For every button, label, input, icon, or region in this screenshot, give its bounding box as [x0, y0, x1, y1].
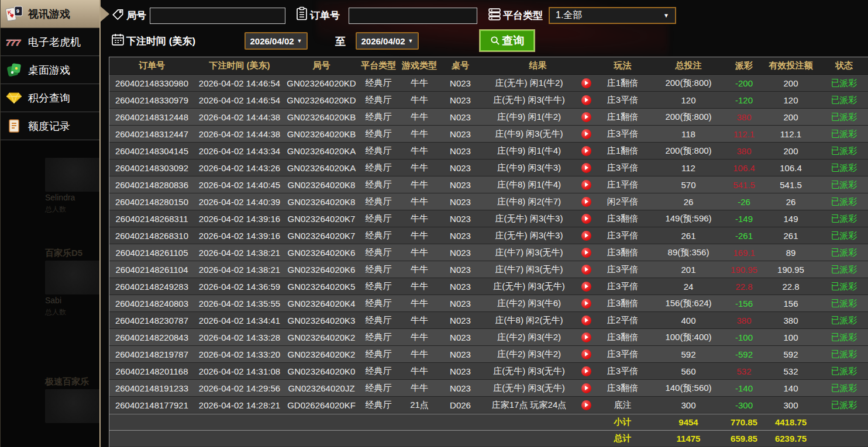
table-games-icon [5, 63, 23, 78]
status-cell: 已派彩 [820, 315, 868, 326]
subtotal-payout: 770.85 [726, 417, 762, 427]
platform-type-select[interactable]: 1.全部 ▼ [549, 7, 676, 24]
result-cell: 庄(牛8) 闲1(牛4) [481, 179, 577, 190]
round-number-input[interactable] [150, 8, 285, 24]
payout-cell: 190.95 [726, 265, 762, 275]
valid-bet-cell: 112.1 [762, 129, 820, 139]
table-row: 2604021483041452026-04-02 14:43:34GN0232… [109, 143, 868, 160]
game-type-cell: 牛牛 [399, 383, 440, 394]
valid-bet-cell: 89 [762, 248, 820, 258]
table-row: 2604021481912332026-04-02 14:29:56GN0232… [109, 380, 868, 397]
bet-time-cell: 2026-04-02 14:40:45 [194, 180, 285, 190]
replay-button[interactable] [577, 214, 595, 224]
sidebar-item-credit-records[interactable]: 额度记录 [1, 112, 99, 140]
bet-time-cell: 2026-04-02 14:43:26 [194, 163, 285, 173]
status-cell: 已派彩 [820, 112, 868, 123]
valid-bet-cell: 200 [762, 112, 820, 122]
replay-button[interactable] [577, 146, 595, 156]
total-bet-cell: 200(预:800) [650, 78, 726, 89]
platform-list-icon [488, 8, 501, 23]
round-id-cell: GN023264020K2 [285, 332, 358, 342]
order-id-cell: 260402148240803 [109, 299, 194, 309]
replay-button[interactable] [577, 316, 595, 325]
replay-button[interactable] [577, 349, 595, 359]
search-icon [490, 36, 500, 46]
game-type-cell: 牛牛 [399, 264, 440, 275]
round-id-cell: GN023264020K6 [285, 265, 358, 275]
payout-cell: -156 [726, 299, 762, 309]
game-type-cell: 牛牛 [399, 95, 440, 106]
sidebar-item-points[interactable]: 积分查询 [1, 84, 99, 112]
order-id-cell: 260402148261104 [109, 265, 194, 275]
table-row: 2604021482611042026-04-02 14:38:21GN0232… [109, 261, 868, 278]
order-id-cell: 260402148303092 [109, 163, 194, 173]
replay-button[interactable] [577, 282, 595, 292]
play-style-cell: 庄1翻倍 [595, 78, 650, 89]
sidebar-item-table-games[interactable]: 桌面游戏 [1, 56, 99, 84]
valid-bet-cell: 100 [762, 332, 820, 342]
payout-cell: -100 [726, 332, 762, 342]
order-id-cell: 260402148220843 [109, 332, 194, 342]
result-cell: 庄(牛9) 闲3(无牛) [481, 129, 577, 140]
payout-cell: -26 [726, 197, 762, 207]
table-no-cell: N023 [440, 78, 481, 88]
date-from-picker[interactable]: 2026/04/02 ▼ [244, 32, 308, 50]
replay-button[interactable] [577, 180, 595, 190]
replay-button[interactable] [577, 299, 595, 309]
replay-button[interactable] [577, 78, 595, 88]
valid-bet-cell: 190.95 [762, 265, 820, 275]
order-id-cell: 260402148330979 [109, 95, 194, 105]
replay-button[interactable] [577, 95, 595, 105]
result-cell: 庄(无牛) 闲3(牛3) [481, 213, 577, 224]
order-number-label: 订单号 [310, 9, 340, 22]
platform-cell: 经典厅 [358, 213, 399, 224]
to-label: 至 [335, 34, 346, 48]
dealer-thumbnail [45, 261, 99, 294]
table-no-cell: N023 [440, 366, 481, 376]
order-number-input[interactable] [349, 8, 477, 24]
bet-time-cell: 2026-04-02 14:40:39 [194, 197, 285, 207]
table-row: 2604021482611052026-04-02 14:38:21GN0232… [109, 244, 868, 261]
play-icon [581, 95, 591, 105]
total-bet-cell: 300 [650, 400, 726, 410]
bet-time-cell: 2026-04-02 14:33:28 [194, 332, 285, 342]
sidebar-item-slots[interactable]: 777 电子老虎机 [1, 28, 99, 56]
valid-bet-cell: 106.4 [762, 163, 820, 173]
valid-bet-cell: 156 [762, 299, 820, 309]
table-no-cell: N023 [440, 129, 481, 139]
date-to-picker[interactable]: 2026/04/02 ▼ [356, 32, 419, 50]
replay-button[interactable] [577, 112, 595, 122]
platform-type-value: 1.全部 [556, 9, 582, 22]
replay-button[interactable] [577, 383, 595, 393]
status-cell: 已派彩 [820, 332, 868, 343]
valid-bet-cell: 200 [762, 78, 820, 88]
replay-button[interactable] [577, 332, 595, 342]
query-button[interactable]: 查询 [480, 30, 535, 51]
replay-button[interactable] [577, 265, 595, 275]
replay-button[interactable] [577, 248, 595, 258]
replay-button[interactable] [577, 197, 595, 207]
play-style-cell: 庄3平倍 [595, 162, 650, 174]
result-cell: 庄(牛2) 闲3(牛2) [481, 349, 577, 360]
payout-cell: 541.5 [726, 180, 762, 190]
bet-time-cell: 2026-04-02 14:34:41 [194, 316, 285, 325]
game-type-cell: 牛牛 [399, 112, 440, 123]
play-icon [581, 248, 591, 258]
platform-cell: 经典厅 [358, 315, 399, 326]
replay-button[interactable] [577, 366, 595, 376]
replay-button[interactable] [577, 231, 595, 241]
bet-time-cell: 2026-04-02 14:39:16 [194, 214, 285, 224]
svg-text:777: 777 [6, 37, 21, 47]
replay-button[interactable] [577, 129, 595, 139]
total-bet-cell: 24 [650, 282, 726, 292]
play-icon [581, 383, 591, 393]
bet-time-cell: 2026-04-02 14:46:54 [194, 78, 285, 88]
sidebar-item-video-games[interactable]: K 9 视讯游戏 [1, 0, 99, 28]
replay-button[interactable] [577, 400, 595, 410]
order-id-cell: 260402148304145 [109, 146, 194, 156]
dealer-name: Selindra [45, 193, 99, 202]
game-type-cell: 牛牛 [399, 129, 440, 140]
table-no-cell: N023 [440, 299, 481, 309]
order-id-cell: 260402148312448 [109, 112, 194, 122]
replay-button[interactable] [577, 163, 595, 173]
